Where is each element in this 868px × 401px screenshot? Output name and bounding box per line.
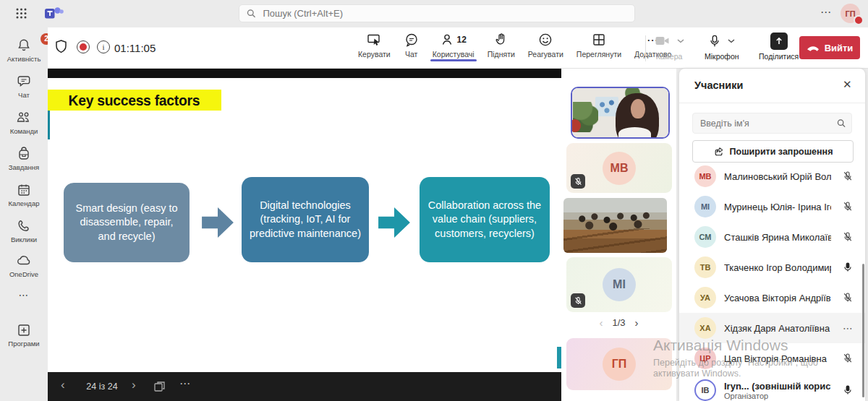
share-invite-button[interactable]: Поширити запрошення xyxy=(692,140,854,163)
manage-button[interactable]: Керувати xyxy=(352,30,397,59)
classroom-video-tile[interactable] xyxy=(563,198,667,253)
previous-slide-button[interactable]: ‹ xyxy=(61,378,65,392)
hand-icon xyxy=(493,32,509,48)
share-icon xyxy=(770,33,788,50)
speaker-video-tile[interactable] xyxy=(571,87,670,139)
search-input[interactable] xyxy=(261,7,627,20)
topbar-more-button[interactable]: ⋯ xyxy=(820,6,832,19)
next-slide-button[interactable]: › xyxy=(132,378,136,392)
shield-icon xyxy=(54,39,69,55)
search-icon xyxy=(837,118,846,128)
teams-people-icon xyxy=(15,110,33,126)
mic-off-badge xyxy=(571,293,585,308)
mic-icon xyxy=(708,33,721,49)
participant-row[interactable]: МІ Муринець Юлія- Ірина Ігорів... xyxy=(679,191,865,222)
phone-icon xyxy=(16,218,32,234)
participant-row[interactable]: СМ Сташків Ярина Миколаївна xyxy=(679,222,865,252)
video-tile-gp[interactable]: ГП xyxy=(566,338,672,390)
privacy-shield-button[interactable] xyxy=(54,39,69,55)
participant-search-input[interactable] xyxy=(699,118,837,129)
plus-square-icon xyxy=(16,322,32,338)
slide-box-collaboration: Collaboration across the value chain (su… xyxy=(420,177,550,262)
slide-box-digital-tech: Digital technologies (tracking, IoT, AI … xyxy=(242,177,369,262)
page-prev-button[interactable]: ‹ xyxy=(599,316,603,329)
global-search[interactable] xyxy=(239,4,635,22)
slide-box-smart-design: Smart design (easy to disassemble, repai… xyxy=(64,183,190,262)
left-rail: 2 Активність Чат Команди Завдання xyxy=(0,27,48,401)
presentation-stage: Key success factors Smart design (easy t… xyxy=(48,69,561,401)
slide-nav-bar: ‹ 24 із 24 › ⋯ xyxy=(48,372,561,401)
panel-scrollbar[interactable] xyxy=(862,264,864,397)
search-icon xyxy=(247,9,255,18)
share-button[interactable]: Поділитися xyxy=(759,32,799,61)
meeting-timer: 01:11:05 xyxy=(114,42,156,54)
camera-button[interactable]: Камера xyxy=(654,32,684,61)
panel-divider xyxy=(679,103,865,103)
sidebar-item-apps[interactable]: Програми xyxy=(0,322,48,348)
participant-row-organizer[interactable]: ІВ Іryn... (зовнішній користувач) Органі… xyxy=(679,374,865,401)
participant-more-button[interactable]: ⋯ xyxy=(843,322,854,334)
slide-counter: 24 із 24 xyxy=(75,381,129,392)
chevron-down-icon xyxy=(728,39,735,43)
avatar: ГП xyxy=(603,348,636,381)
sidebar-item-onedrive[interactable]: OneDrive xyxy=(0,253,48,278)
participant-role: Організатор xyxy=(724,392,831,400)
panel-title: Учасники xyxy=(694,79,743,91)
participant-row[interactable]: ХА Хідзяк Даря Анатоліївна ⋯ xyxy=(679,313,865,343)
avatar: ТВ xyxy=(694,256,716,278)
avatar: УА xyxy=(694,287,716,309)
video-tile-mv[interactable]: МВ xyxy=(566,143,672,193)
avatar: МІ xyxy=(694,196,716,217)
mic-on-icon xyxy=(842,384,854,396)
participant-row[interactable]: ТВ Ткаченко Ігор Володимирович xyxy=(679,252,865,283)
person-icon xyxy=(440,32,454,48)
participant-row[interactable]: МВ Малиновський Юрій Володи... xyxy=(679,161,865,191)
mic-button[interactable]: Мікрофон xyxy=(705,32,739,61)
toolbar-divider xyxy=(645,35,646,61)
bell-icon xyxy=(16,38,32,53)
participants-button[interactable]: 12 Користувачі xyxy=(426,30,481,59)
participants-count: 12 xyxy=(456,35,466,45)
mic-muted-icon xyxy=(842,171,854,182)
page-indicator: 1/3 xyxy=(612,317,625,328)
mic-muted-icon xyxy=(842,353,854,364)
app-launcher-button[interactable] xyxy=(16,8,27,19)
raise-hand-button[interactable]: Підняти xyxy=(481,30,522,59)
popout-slides-button[interactable] xyxy=(153,380,166,393)
waffle-icon xyxy=(16,8,27,19)
chat-button[interactable]: Чат xyxy=(397,30,426,59)
slide-title-highlight: Key success factors xyxy=(48,90,221,111)
slide-more-button[interactable]: ⋯ xyxy=(179,377,192,390)
arrow-right-icon xyxy=(201,207,234,238)
close-panel-button[interactable]: ✕ xyxy=(843,78,852,91)
classroom-video xyxy=(563,198,667,253)
view-button[interactable]: Переглянути xyxy=(570,30,628,59)
meeting-info-button[interactable]: i xyxy=(97,40,110,53)
smiley-icon xyxy=(537,32,553,48)
participant-row[interactable]: ЦР Цап Вікторія Романівна xyxy=(679,343,865,374)
avatar: СМ xyxy=(694,226,716,248)
sidebar-item-activity[interactable]: 2 Активність xyxy=(0,38,48,63)
backpack-icon xyxy=(16,146,32,162)
sidebar-item-chat[interactable]: Чат xyxy=(0,74,48,99)
sidebar-item-calendar[interactable]: Календар xyxy=(0,182,48,207)
participants-panel: Учасники ✕ Поширити запрошення МВ Малино… xyxy=(679,69,865,401)
sidebar-item-assignments[interactable]: Завдання xyxy=(0,146,48,171)
recording-indicator xyxy=(77,40,90,53)
participant-row[interactable]: УА Усачова Вікторія Андріївна xyxy=(679,283,865,313)
cloud-icon xyxy=(15,253,33,269)
sidebar-item-calls[interactable]: Виклики xyxy=(0,218,48,243)
sidebar-item-teams[interactable]: Команди xyxy=(0,110,48,135)
video-tile-mi[interactable]: МІ xyxy=(566,257,672,312)
react-button[interactable]: Реагувати xyxy=(522,30,570,59)
share-invite-icon xyxy=(713,146,725,158)
teams-logo-icon xyxy=(43,5,64,22)
arrow-right-icon xyxy=(378,207,411,238)
grid-icon xyxy=(591,32,607,48)
participant-search[interactable] xyxy=(692,113,852,134)
sidebar-more-button[interactable]: ⋯ xyxy=(0,289,48,302)
page-next-button[interactable]: › xyxy=(635,316,639,329)
avatar: МВ xyxy=(603,152,636,185)
leave-button[interactable]: Вийти xyxy=(799,36,860,59)
meeting-toolbar: i 01:11:05 Керувати Чат 12 Кор xyxy=(48,27,868,69)
